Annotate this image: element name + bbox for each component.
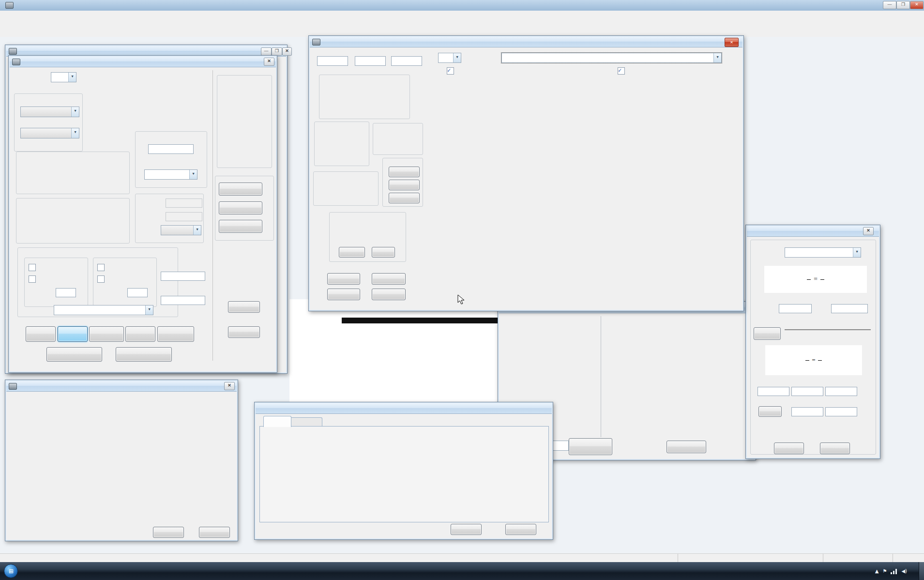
filter2-close-button[interactable]	[820, 443, 850, 454]
analog-io-window	[254, 402, 553, 540]
config-titlebar[interactable]	[10, 57, 276, 67]
output-mode-select[interactable]: ▼	[20, 128, 79, 138]
tray-network-icon[interactable]	[891, 568, 897, 574]
position-error-checkbox[interactable]	[447, 67, 454, 75]
soft-limit-plus-field[interactable]	[161, 272, 205, 281]
i-field[interactable]	[355, 56, 386, 66]
kmotion-app-icon	[5, 2, 14, 9]
import-all-button[interactable]	[116, 347, 172, 362]
status-time	[893, 554, 924, 563]
axis-close-icon[interactable]: ✕	[224, 382, 235, 390]
servo-group	[382, 158, 423, 207]
step-help-button[interactable]	[327, 273, 360, 285]
step-close-button[interactable]	[327, 289, 360, 300]
motion-profile-group	[314, 122, 369, 166]
axis-help-button[interactable]	[153, 527, 184, 538]
save-data-button[interactable]	[372, 273, 406, 285]
neg-bit-field[interactable]	[56, 288, 76, 297]
analog-ok-button[interactable]	[451, 524, 482, 535]
backlash-group: ▼	[135, 194, 204, 243]
step-button[interactable]	[372, 247, 395, 258]
recovery-button[interactable]	[219, 220, 262, 233]
tray-volume-icon[interactable]: ◀)	[901, 568, 907, 574]
output-channels-group	[16, 198, 130, 244]
step-channel-select[interactable]: ▼	[438, 53, 461, 63]
neg-watch-checkbox[interactable]	[29, 264, 36, 271]
output-checkbox[interactable]	[618, 67, 625, 75]
console-maximize-icon[interactable]: ❐	[272, 47, 282, 56]
status-ready	[0, 554, 682, 563]
input-channels-group	[16, 152, 130, 194]
load-data-button[interactable]	[372, 289, 406, 300]
backlash-rate-field[interactable]	[166, 212, 202, 221]
backlash-mode-select[interactable]: ▼	[161, 225, 201, 235]
filter2-help-button[interactable]	[774, 443, 804, 454]
config-help-button[interactable]	[228, 301, 260, 313]
plot-type-select[interactable]: ▼	[501, 53, 722, 63]
tab-snap0[interactable]	[263, 416, 291, 427]
pos-watch-checkbox[interactable]	[97, 264, 105, 271]
servo-disable-button[interactable]	[389, 167, 420, 177]
p-field[interactable]	[317, 56, 348, 66]
freq-field[interactable]	[779, 304, 812, 313]
filter2-a2-field[interactable]	[825, 407, 857, 416]
servo-enable-button[interactable]	[389, 193, 420, 203]
axis-window-icon	[9, 383, 17, 390]
filter2-titlebar[interactable]	[747, 226, 879, 237]
config-window-icon	[12, 59, 20, 65]
step-titlebar[interactable]	[310, 37, 742, 47]
status-system	[678, 554, 827, 563]
new-version-button[interactable]	[219, 201, 262, 214]
filter2-b1-field[interactable]	[791, 387, 823, 396]
analog-help-button[interactable]	[505, 524, 536, 535]
config-close-icon[interactable]: ✕	[264, 58, 274, 66]
step-close-icon[interactable]: ✕	[725, 38, 739, 47]
filter2-compute-button[interactable]	[754, 327, 781, 340]
analog-titlebar[interactable]	[256, 403, 552, 414]
axis-close-button[interactable]	[199, 527, 230, 538]
neg-stop-checkbox[interactable]	[29, 275, 36, 283]
upload-channel-button[interactable]	[125, 326, 155, 342]
input-mode-select[interactable]: ▼	[20, 107, 79, 117]
servo-zero-button[interactable]	[389, 180, 420, 190]
iir-ccode-button[interactable]	[569, 438, 612, 455]
filter2-close-icon[interactable]: ✕	[863, 227, 874, 235]
filter2-a1-field[interactable]	[791, 407, 823, 416]
logo-canvas	[289, 299, 518, 407]
backlash-amount-field[interactable]	[166, 198, 202, 208]
move-button[interactable]	[339, 247, 365, 258]
ccode-clipboard-button[interactable]	[157, 326, 194, 342]
pos-bit-field[interactable]	[127, 288, 148, 297]
iir-download-button[interactable]	[666, 441, 706, 453]
filter2-clear-button[interactable]	[758, 406, 782, 417]
minimize-button[interactable]: —	[883, 1, 896, 9]
soft-limit-minus-field[interactable]	[161, 296, 205, 305]
slave-gain-field[interactable]	[148, 144, 194, 154]
close-button[interactable]: ✕	[910, 1, 924, 9]
export-all-button[interactable]	[46, 347, 102, 362]
d-field[interactable]	[391, 56, 422, 66]
console-close-icon[interactable]: ✕	[282, 47, 292, 56]
q-field[interactable]	[831, 304, 868, 313]
pos-stop-checkbox[interactable]	[97, 275, 105, 283]
mouse-cursor	[457, 294, 465, 305]
filter2-type-select[interactable]: ▼	[785, 247, 861, 258]
master-axis-select[interactable]: ▼	[144, 169, 197, 180]
download-channel-button[interactable]	[89, 326, 124, 342]
maximize-button[interactable]: ❐	[896, 1, 910, 9]
filter2-b2-field[interactable]	[825, 387, 857, 396]
console-minimize-icon[interactable]: —	[261, 47, 272, 56]
config-channel-select[interactable]: ▼	[51, 72, 76, 82]
axis-titlebar[interactable]	[6, 381, 237, 392]
filter2-b0-field[interactable]	[757, 387, 789, 396]
show-desktop-button[interactable]	[919, 562, 924, 580]
tab-kanalog[interactable]	[290, 417, 322, 427]
load-channel-button[interactable]	[58, 326, 88, 342]
tray-flag-icon[interactable]: ⚑	[882, 568, 887, 574]
start-button[interactable]: ⊞	[4, 564, 18, 578]
save-channel-button[interactable]	[26, 326, 56, 342]
config-close-button[interactable]	[228, 326, 260, 338]
tray-expand-icon[interactable]: ▲	[875, 568, 879, 574]
user-memory-button[interactable]	[219, 183, 262, 196]
action-select[interactable]: ▼	[54, 305, 153, 315]
